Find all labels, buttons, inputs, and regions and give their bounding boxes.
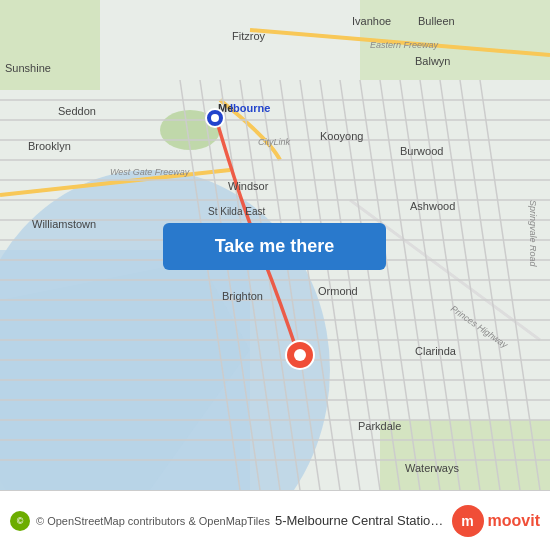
moovit-logo: m moovit bbox=[452, 505, 540, 537]
osm-logo: © bbox=[10, 511, 30, 531]
svg-text:Clarinda: Clarinda bbox=[415, 345, 457, 357]
attribution-text: © OpenStreetMap contributors & OpenMapTi… bbox=[36, 515, 270, 527]
svg-text:Burwood: Burwood bbox=[400, 145, 443, 157]
svg-text:Brighton: Brighton bbox=[222, 290, 263, 302]
svg-text:Brooklyn: Brooklyn bbox=[28, 140, 71, 152]
svg-text:Sunshine: Sunshine bbox=[5, 62, 51, 74]
svg-text:Seddon: Seddon bbox=[58, 105, 96, 117]
svg-rect-4 bbox=[0, 0, 100, 90]
moovit-branding: m moovit bbox=[452, 505, 540, 537]
svg-text:St Kilda East: St Kilda East bbox=[208, 206, 265, 217]
moovit-text: moovit bbox=[488, 512, 540, 530]
footer-attribution: © © OpenStreetMap contributors & OpenMap… bbox=[10, 511, 270, 531]
moovit-icon: m bbox=[452, 505, 484, 537]
svg-text:Windsor: Windsor bbox=[228, 180, 269, 192]
svg-text:lbourne: lbourne bbox=[230, 102, 270, 114]
svg-rect-6 bbox=[380, 420, 550, 490]
footer-route: 5-Melbourne Central Station/Elizabeth St… bbox=[270, 513, 452, 528]
svg-text:CityLink: CityLink bbox=[258, 137, 291, 147]
from-label: 5-Melbourne Central Station/Elizabeth St… bbox=[275, 513, 452, 528]
map-container: Sunshine Seddon Brooklyn Williamstown Fi… bbox=[0, 0, 550, 490]
svg-text:Fitzroy: Fitzroy bbox=[232, 30, 266, 42]
svg-text:Balwyn: Balwyn bbox=[415, 55, 450, 67]
svg-text:Bulleen: Bulleen bbox=[418, 15, 455, 27]
svg-text:Williamstown: Williamstown bbox=[32, 218, 96, 230]
footer: © © OpenStreetMap contributors & OpenMap… bbox=[0, 490, 550, 550]
svg-text:Eastern Freeway: Eastern Freeway bbox=[370, 40, 439, 50]
svg-text:Ivanhoe: Ivanhoe bbox=[352, 15, 391, 27]
svg-point-74 bbox=[294, 349, 306, 361]
svg-text:Kooyong: Kooyong bbox=[320, 130, 363, 142]
svg-text:Parkdale: Parkdale bbox=[358, 420, 401, 432]
svg-text:Springvale Road: Springvale Road bbox=[528, 200, 538, 268]
take-me-there-button[interactable]: Take me there bbox=[163, 223, 386, 270]
svg-text:Ashwood: Ashwood bbox=[410, 200, 455, 212]
svg-text:West Gate Freeway: West Gate Freeway bbox=[110, 167, 190, 177]
svg-text:Ormond: Ormond bbox=[318, 285, 358, 297]
svg-text:Waterways: Waterways bbox=[405, 462, 459, 474]
svg-point-72 bbox=[211, 114, 219, 122]
